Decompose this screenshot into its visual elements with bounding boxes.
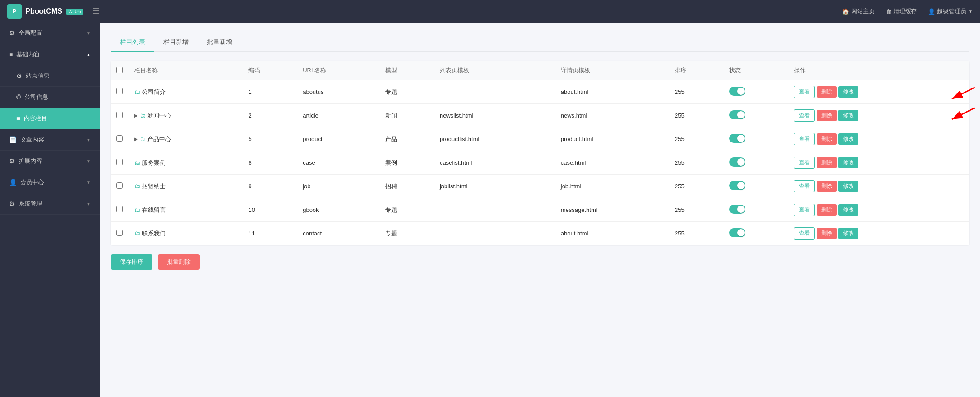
- cell-model-2: 新闻: [380, 104, 434, 127]
- home-icon: [842, 8, 849, 15]
- category-name-text: 公司简介: [142, 88, 166, 96]
- cell-status-3: [724, 127, 789, 151]
- sidebar-item-global-config[interactable]: ⚙ 全局配置 ▼: [0, 23, 100, 44]
- row-checkbox-5[interactable]: [116, 182, 122, 189]
- hamburger-menu[interactable]: ☰: [93, 6, 100, 16]
- delete-button-1[interactable]: 删除: [817, 86, 837, 98]
- expand-icon[interactable]: ▶: [134, 113, 138, 118]
- clear-cache-link[interactable]: 清理缓存: [886, 7, 917, 15]
- edit-button-3[interactable]: 修改: [838, 133, 858, 145]
- category-name-text: 新闻中心: [147, 112, 171, 120]
- sidebar-item-company-info[interactable]: © 公司信息: [0, 87, 100, 108]
- category-name-text: 产品中心: [147, 135, 171, 143]
- sidebar-item-site-info[interactable]: ⚙ 站点信息: [0, 65, 100, 87]
- table-container: 栏目名称 编码 URL名称 模型 列表页模板 详情页模板 排序 状态 操作 🗂公…: [111, 61, 969, 245]
- view-button-2[interactable]: 查看: [794, 109, 815, 122]
- cell-name-4: 🗂服务案例: [129, 151, 243, 175]
- table-row: 🗂公司简介1aboutus专题about.html255查看删除修改: [111, 80, 969, 104]
- view-button-4[interactable]: 查看: [794, 157, 815, 169]
- status-toggle-5[interactable]: [729, 181, 745, 190]
- sidebar-item-basic-content[interactable]: ≡ 基础内容 ▲: [0, 44, 100, 65]
- edit-button-6[interactable]: 修改: [838, 204, 858, 216]
- sidebar-item-member-center[interactable]: 👤 会员中心 ▼: [0, 172, 100, 193]
- sidebar: ⚙ 全局配置 ▼ ≡ 基础内容 ▲ ⚙ 站点信息 © 公司信息: [0, 23, 100, 397]
- cell-code-1: 1: [243, 80, 297, 104]
- category-name-text: 招贤纳士: [142, 182, 166, 191]
- edit-button-4[interactable]: 修改: [838, 157, 858, 168]
- cell-actions-6: 查看删除修改: [789, 198, 969, 222]
- folder-icon: 🗂: [140, 136, 146, 142]
- tab-add[interactable]: 栏目新增: [154, 34, 198, 51]
- sidebar-item-system-admin[interactable]: ⚙ 系统管理 ▼: [0, 193, 100, 215]
- delete-button-4[interactable]: 删除: [817, 157, 837, 168]
- col-checkbox: [111, 61, 129, 80]
- sidebar-label-basic-content: 基础内容: [16, 50, 40, 59]
- save-sort-button[interactable]: 保存排序: [111, 254, 152, 270]
- sidebar-label-system-admin: 系统管理: [19, 200, 42, 208]
- delete-button-6[interactable]: 删除: [817, 204, 837, 216]
- row-checkbox-3[interactable]: [116, 135, 122, 142]
- view-button-5[interactable]: 查看: [794, 180, 815, 192]
- sidebar-label-site-info: 站点信息: [26, 72, 49, 80]
- cell-sort-3: 255: [669, 127, 724, 151]
- app-name: PbootCMS: [25, 7, 62, 15]
- view-button-3[interactable]: 查看: [794, 133, 815, 145]
- home-link[interactable]: 网站主页: [842, 7, 875, 15]
- view-button-6[interactable]: 查看: [794, 204, 815, 216]
- edit-button-2[interactable]: 修改: [838, 110, 858, 121]
- status-toggle-3[interactable]: [729, 134, 745, 143]
- sidebar-item-article-content[interactable]: 📄 文章内容 ▼: [0, 129, 100, 151]
- status-toggle-2[interactable]: [729, 110, 745, 119]
- status-toggle-7[interactable]: [729, 228, 745, 237]
- row-checkbox-7[interactable]: [116, 230, 122, 236]
- cell-list-tpl-1: [434, 80, 555, 104]
- status-toggle-4[interactable]: [729, 157, 745, 167]
- cell-sort-4: 255: [669, 151, 724, 175]
- cell-status-7: [724, 222, 789, 245]
- table-header-row: 栏目名称 编码 URL名称 模型 列表页模板 详情页模板 排序 状态 操作: [111, 61, 969, 80]
- cell-url-4: case: [297, 151, 380, 175]
- tab-list[interactable]: 栏目列表: [111, 34, 154, 51]
- cell-model-4: 案例: [380, 151, 434, 175]
- tab-batch-add[interactable]: 批量新增: [198, 34, 241, 51]
- main-content: 栏目列表 栏目新增 批量新增 栏目名称 编码 URL名称 模型 列表页模板: [100, 23, 980, 397]
- view-button-1[interactable]: 查看: [794, 86, 815, 98]
- tab-bar: 栏目列表 栏目新增 批量新增: [111, 34, 969, 52]
- cell-name-7: 🗂联系我们: [129, 222, 243, 245]
- sidebar-item-content-category[interactable]: ≡ 内容栏目: [0, 108, 100, 129]
- cell-actions-2: 查看删除修改: [789, 104, 969, 127]
- sidebar-label-global-config: 全局配置: [19, 29, 42, 37]
- view-button-7[interactable]: 查看: [794, 227, 815, 240]
- arrow-up-icon: ▲: [86, 52, 91, 57]
- version-badge: V3.0.6: [66, 9, 83, 15]
- category-table: 栏目名称 编码 URL名称 模型 列表页模板 详情页模板 排序 状态 操作 🗂公…: [111, 61, 969, 245]
- status-toggle-6[interactable]: [729, 205, 745, 214]
- arrow-down-icon-5: ▼: [86, 201, 91, 206]
- row-checkbox-1[interactable]: [116, 88, 122, 94]
- arrow-down-icon-4: ▼: [86, 180, 91, 185]
- delete-button-2[interactable]: 删除: [817, 110, 837, 121]
- select-all-checkbox[interactable]: [116, 67, 122, 73]
- cell-url-5: job: [297, 175, 380, 198]
- sidebar-label-content-category: 内容栏目: [24, 114, 47, 123]
- cell-list-tpl-6: [434, 198, 555, 222]
- edit-button-5[interactable]: 修改: [838, 181, 858, 192]
- row-checkbox-2[interactable]: [116, 112, 122, 118]
- edit-button-1[interactable]: 修改: [838, 86, 858, 98]
- table-row: 🗂服务案例8case案例caselist.htmlcase.html255查看删…: [111, 151, 969, 175]
- status-toggle-1[interactable]: [729, 87, 745, 96]
- cell-url-3: product: [297, 127, 380, 151]
- sidebar-item-extend-content[interactable]: ⚙ 扩展内容 ▼: [0, 151, 100, 172]
- expand-icon[interactable]: ▶: [134, 137, 138, 142]
- edit-button-7[interactable]: 修改: [838, 228, 858, 239]
- delete-button-7[interactable]: 删除: [817, 228, 837, 239]
- sidebar-label-member-center: 会员中心: [20, 178, 44, 186]
- row-checkbox-6[interactable]: [116, 206, 122, 212]
- cell-name-6: 🗂在线留言: [129, 198, 243, 222]
- delete-button-3[interactable]: 删除: [817, 133, 837, 145]
- user-link[interactable]: 超级管理员 ▼: [928, 7, 973, 15]
- batch-delete-button[interactable]: 批量删除: [158, 254, 200, 270]
- cell-model-5: 招聘: [380, 175, 434, 198]
- delete-button-5[interactable]: 删除: [817, 181, 837, 192]
- row-checkbox-4[interactable]: [116, 159, 122, 165]
